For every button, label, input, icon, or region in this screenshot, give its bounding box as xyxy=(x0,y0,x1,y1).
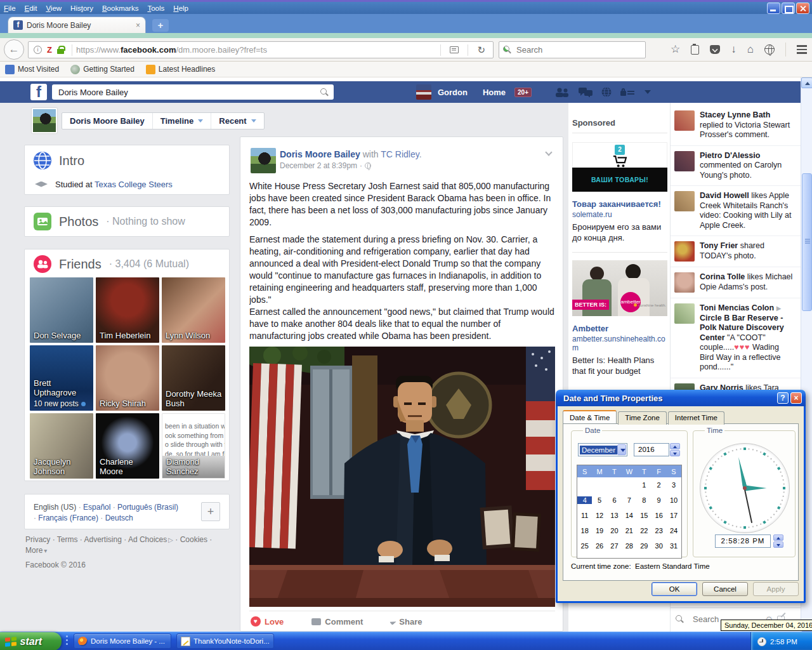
sync-globe-icon[interactable] xyxy=(764,44,775,55)
calendar-day[interactable]: 28 xyxy=(622,542,636,550)
profile-mini-avatar[interactable] xyxy=(32,108,57,133)
calendar-day[interactable]: 19 xyxy=(592,527,606,534)
timeline-tab[interactable]: Timeline xyxy=(152,113,211,129)
post-tagged-link[interactable]: TC Ridley xyxy=(381,149,419,159)
browser-search-box[interactable] xyxy=(499,41,646,58)
account-caret-icon[interactable] xyxy=(645,90,651,94)
ad-url-link[interactable]: solemate.ru xyxy=(572,210,667,219)
minimize-button[interactable] xyxy=(767,3,780,14)
calendar-day[interactable]: 4 xyxy=(577,496,592,504)
calendar-day[interactable]: 14 xyxy=(622,512,636,519)
url-text[interactable]: https://www.facebook.com/dm.moore.bailey… xyxy=(76,45,436,55)
calendar-day[interactable]: 27 xyxy=(607,542,622,550)
bookmark-latest-headlines[interactable]: Latest Headlines xyxy=(146,65,215,74)
friend-tile[interactable]: Don Selvage xyxy=(30,277,93,343)
calendar-day[interactable]: 22 xyxy=(637,527,652,534)
calendar-day[interactable]: 23 xyxy=(652,527,666,534)
bookmark-most-visited[interactable]: Most Visited xyxy=(5,65,59,74)
tray-clock-icon[interactable] xyxy=(757,637,766,646)
dialog-tab-internet-time[interactable]: Internet Time xyxy=(668,411,724,425)
ad-image-ambetter[interactable]: BETTER IS: ambetter sunshine health. xyxy=(572,260,667,316)
ticker-item[interactable]: David Howell likes Apple Creek Whitetail… xyxy=(671,186,801,236)
calendar-day[interactable]: 21 xyxy=(622,527,636,534)
spin-up-icon[interactable] xyxy=(773,534,783,541)
zotero-icon[interactable]: Z xyxy=(47,45,52,55)
https-lock-icon[interactable] xyxy=(57,49,64,54)
calendar-day[interactable]: 29 xyxy=(637,542,652,550)
dialog-help-button[interactable]: ? xyxy=(777,392,789,404)
calendar-day[interactable]: 30 xyxy=(652,542,666,550)
notifications-globe-icon[interactable] xyxy=(601,87,612,97)
menu-edit[interactable]: Edit xyxy=(25,4,37,12)
calendar-day[interactable]: 9 xyxy=(652,496,666,504)
calendar-day[interactable]: 7 xyxy=(622,496,636,504)
ad-url-link[interactable]: ambetter.sunshinehealth.com xyxy=(572,335,667,352)
ad-title-link[interactable]: Товар заканчивается! xyxy=(572,199,667,209)
photos-card[interactable]: Photos · Nothing to show xyxy=(24,206,230,237)
calendar-day[interactable]: 2 xyxy=(652,481,666,489)
calendar-day[interactable]: 25 xyxy=(577,542,592,550)
menu-bookmarks[interactable]: Bookmarks xyxy=(102,4,139,12)
ad-title-link[interactable]: Ambetter xyxy=(572,324,667,333)
calendar-day[interactable]: 16 xyxy=(652,512,666,519)
downloads-icon[interactable]: ↓ xyxy=(731,41,737,58)
school-link[interactable]: Texas College Steers xyxy=(95,180,173,189)
new-tab-button[interactable]: + xyxy=(152,19,169,32)
comment-button[interactable]: Comment xyxy=(311,617,363,627)
bookmark-getting-started[interactable]: Getting Started xyxy=(70,65,134,74)
url-bar[interactable]: i Z https://www.facebook.com/dm.moore.ba… xyxy=(28,41,494,58)
year-spinner[interactable] xyxy=(670,443,680,456)
privacy-shortcuts-icon[interactable] xyxy=(620,88,634,96)
time-spinner[interactable] xyxy=(773,534,783,548)
menu-history[interactable]: History xyxy=(70,4,93,12)
home-icon[interactable]: ⌂ xyxy=(747,41,754,58)
menu-help[interactable]: Help xyxy=(173,4,188,12)
friend-tile[interactable]: Lynn Wilson xyxy=(162,277,225,343)
calendar-day[interactable]: 13 xyxy=(607,512,622,519)
spin-up-icon[interactable] xyxy=(670,443,680,449)
footer-link[interactable]: Ad Choices xyxy=(128,535,167,544)
scrollbar-thumb[interactable] xyxy=(802,173,812,311)
facebook-logo[interactable]: f xyxy=(30,84,47,100)
post-author-avatar[interactable] xyxy=(251,148,276,173)
post-menu-chevron-icon[interactable] xyxy=(545,149,552,156)
menu-tools[interactable]: Tools xyxy=(147,4,164,12)
year-input[interactable]: 2016 xyxy=(634,443,669,456)
friend-tile[interactable]: Tim Heberlein xyxy=(96,277,159,343)
scroll-up-arrow[interactable] xyxy=(801,77,812,88)
time-input[interactable]: 2:58:28 PM xyxy=(715,534,771,548)
ticker-item[interactable]: Tony Frier shared TODAY's photo. xyxy=(671,236,801,267)
restore-button[interactable] xyxy=(782,3,795,14)
post-author-link[interactable]: Doris Moore Bailey xyxy=(280,149,360,159)
calendar-day[interactable]: 3 xyxy=(666,481,681,489)
post-timestamp[interactable]: December 2 at 8:39pm· xyxy=(280,161,371,170)
calendar-day[interactable]: 10 xyxy=(666,496,681,504)
calendar-day[interactable]: 17 xyxy=(666,512,681,519)
ad-banner[interactable]: ВАШИ ТОВАРЫ! xyxy=(572,168,667,192)
tab-doris-moore-bailey[interactable]: f Doris Moore Bailey × xyxy=(8,17,146,33)
calendar-day[interactable]: 12 xyxy=(592,512,606,519)
footer-link[interactable]: Cookies xyxy=(180,535,207,544)
reader-mode-icon[interactable] xyxy=(450,46,459,53)
menu-file[interactable]: File xyxy=(4,4,16,12)
calendar-day[interactable]: 8 xyxy=(637,496,652,504)
user-name-link[interactable]: Gordon xyxy=(438,88,468,97)
friend-tile[interactable]: been in a situation wook something from … xyxy=(162,413,225,479)
friend-tile[interactable]: Jacquelyn Johnson xyxy=(30,413,93,479)
calendar-day[interactable]: 24 xyxy=(666,527,681,534)
month-dropdown-icon[interactable] xyxy=(617,444,626,455)
task-button[interactable]: Doris Moore Bailey - ... xyxy=(74,633,171,649)
love-button[interactable]: ♥Love xyxy=(251,616,284,627)
language-link[interactable]: English (US) xyxy=(34,503,76,512)
dialog-close-button[interactable]: × xyxy=(790,392,802,404)
close-button[interactable] xyxy=(796,3,809,14)
ok-button[interactable]: OK xyxy=(652,582,697,596)
calendar-day[interactable]: 11 xyxy=(577,512,592,519)
calendar-day[interactable]: 31 xyxy=(666,542,681,550)
menu-hamburger-icon[interactable] xyxy=(797,45,807,54)
back-button[interactable]: ← xyxy=(4,39,24,60)
recent-tab[interactable]: Recent xyxy=(211,113,263,129)
dialog-tab-time-zone[interactable]: Time Zone xyxy=(618,411,667,425)
task-button[interactable]: ThankYouNote-toDori... xyxy=(176,633,274,649)
footer-link[interactable]: More xyxy=(25,546,43,555)
